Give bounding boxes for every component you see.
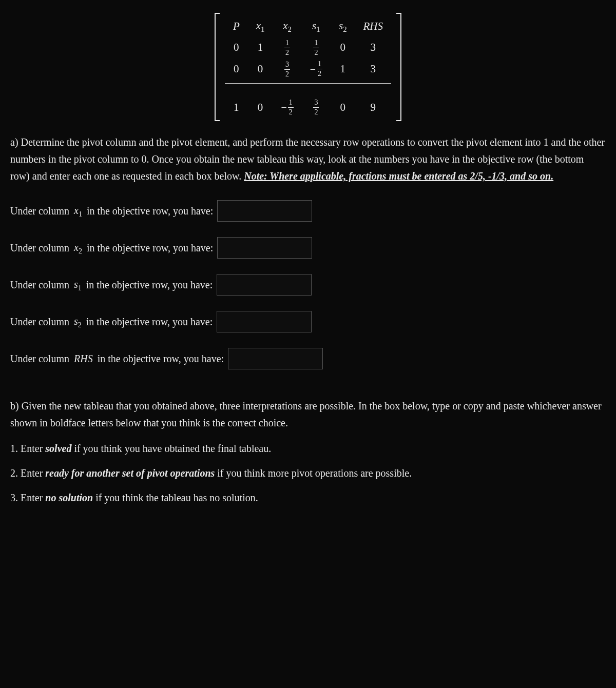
option-2: 2. Enter ready for another set of pivot … xyxy=(10,465,606,481)
format-note: Note: Where applicable, fractions must b… xyxy=(244,170,553,182)
col-RHS: RHS xyxy=(363,20,383,32)
simplex-tableau: P x1 x2 s1 s2 RHS 0 1 12 12 0 3 xyxy=(10,13,606,121)
question-s1: Under column s1 in the objective row, yo… xyxy=(10,274,606,296)
bracket-left xyxy=(215,13,220,121)
input-s1[interactable] xyxy=(217,274,312,296)
input-x1[interactable] xyxy=(217,200,312,222)
input-rhs[interactable] xyxy=(228,348,323,369)
option-1: 1. Enter solved if you think you have ob… xyxy=(10,441,606,456)
col-s1: s1 xyxy=(312,19,320,32)
tableau-row-1: 0 1 12 12 0 3 xyxy=(225,37,391,58)
question-rhs: Under column RHS in the objective row, y… xyxy=(10,348,606,369)
col-x2: x2 xyxy=(283,19,292,32)
tableau-header-row: P x1 x2 s1 s2 RHS xyxy=(225,16,391,37)
input-x2[interactable] xyxy=(217,237,312,259)
tableau-objective-row: 1 0 −12 32 0 9 xyxy=(225,83,391,118)
question-x2: Under column x2 in the objective row, yo… xyxy=(10,237,606,259)
col-x1: x1 xyxy=(256,19,265,32)
question-x1: Under column x1 in the objective row, yo… xyxy=(10,200,606,222)
input-s2[interactable] xyxy=(217,311,312,332)
col-P: P xyxy=(233,20,240,32)
part-a-text: a) Determine the pivot column and the pi… xyxy=(10,134,606,185)
option-3: 3. Enter no solution if you think the ta… xyxy=(10,490,606,505)
bracket-right xyxy=(396,13,401,121)
part-b-text: b) Given the new tableau that you obtain… xyxy=(10,398,606,431)
question-s2: Under column s2 in the objective row, yo… xyxy=(10,311,606,332)
tableau-row-2: 0 0 32 −12 1 3 xyxy=(225,58,391,83)
col-s2: s2 xyxy=(339,19,347,32)
